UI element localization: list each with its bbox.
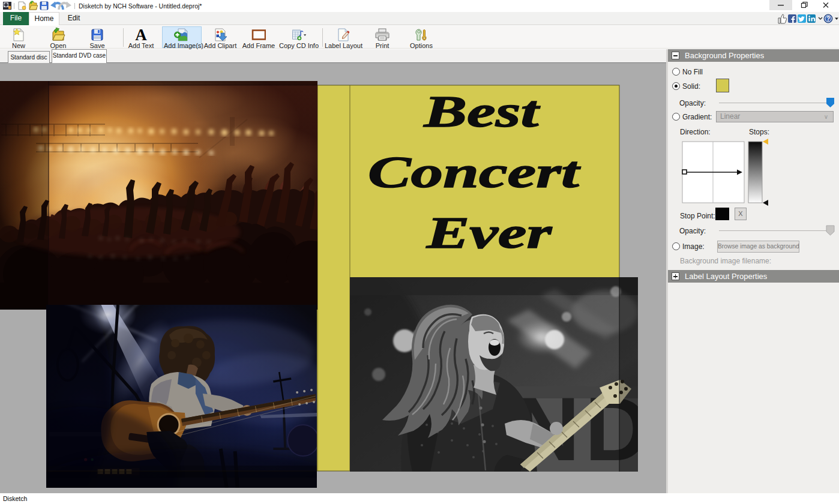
svg-text:?: ?: [826, 16, 830, 22]
svg-text:A: A: [135, 28, 147, 42]
